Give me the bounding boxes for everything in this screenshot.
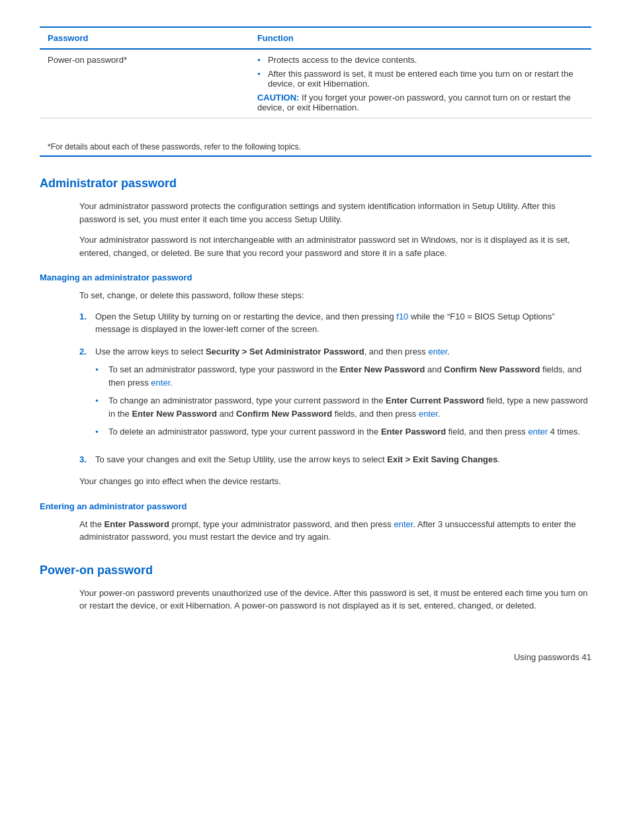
admin-para-1: Your administrator password protects the… <box>40 200 591 226</box>
sub3-bold1: Enter Password <box>381 427 446 437</box>
admin-para-2: Your administrator password is not inter… <box>40 233 591 259</box>
sub1-bold1: Enter New Password <box>340 364 425 374</box>
entering-bold1: Enter Password <box>105 519 169 529</box>
sub1-text-mid: and <box>425 364 444 374</box>
step-2-number: 2. <box>79 345 95 444</box>
sub1-text-end: . <box>170 378 173 388</box>
after-steps-text: Your changes go into effect when the dev… <box>40 475 591 488</box>
power-on-heading: Power-on password <box>40 564 591 577</box>
entering-link[interactable]: enter <box>394 519 413 529</box>
step-3-bold: Exit > Exit Saving Changes <box>387 454 497 464</box>
step-2-text-mid: , and then press <box>364 347 429 357</box>
sub1-text-before: To set an administrator password, type y… <box>108 364 340 374</box>
sub2-bold1: Enter Current Password <box>386 396 484 405</box>
sub2-text-end-before: fields, and then press <box>332 409 419 419</box>
step-1: 1. Open the Setup Utility by turning on … <box>79 310 591 336</box>
step-1-link-f10[interactable]: f10 <box>396 312 408 321</box>
step-2-link-enter[interactable]: enter <box>428 347 447 357</box>
step-3-number: 3. <box>79 453 95 466</box>
sub-bullet-1: To set an administrator password, type y… <box>95 363 591 389</box>
sub2-link[interactable]: enter <box>419 409 438 419</box>
sub3-text-end: 4 times. <box>548 427 580 437</box>
step-3: 3. To save your changes and exit the Set… <box>79 453 591 466</box>
step-3-text-end: . <box>498 454 501 464</box>
step-3-text-before: To save your changes and exit the Setup … <box>95 454 387 464</box>
steps-list: 1. Open the Setup Utility by turning on … <box>40 310 591 466</box>
caution-label: CAUTION: <box>257 93 300 103</box>
table-cell-password-name: Power-on password* <box>40 49 249 118</box>
step-1-text-before: Open the Setup Utility by turning on or … <box>95 312 396 321</box>
sub1-bold2: Confirm New Password <box>444 364 540 374</box>
entering-text-before: At the <box>79 519 105 529</box>
table-header-password: Password <box>40 27 249 49</box>
sub3-link[interactable]: enter <box>528 427 548 437</box>
entering-text-mid: prompt, type your administrator password… <box>169 519 394 529</box>
step-1-number: 1. <box>79 310 95 336</box>
step-2-text-before: Use the arrow keys to select <box>95 347 206 357</box>
table-cell-function: Protects access to the device contents. … <box>249 49 591 118</box>
step-1-content: Open the Setup Utility by turning on or … <box>95 310 591 336</box>
entering-para: At the Enter Password prompt, type your … <box>40 518 591 544</box>
managing-intro: To set, change, or delete this password,… <box>40 289 591 302</box>
table-footnote: *For details about each of these passwor… <box>40 138 591 157</box>
sub2-text-end: . <box>438 409 441 419</box>
table-header-function: Function <box>249 27 591 49</box>
bullet-item-2: After this password is set, it must be e… <box>257 69 583 89</box>
page-footer: Using passwords 41 <box>40 652 591 662</box>
caution-text-content: If you forget your power-on password, yo… <box>257 93 571 112</box>
sub2-text-mid2: and <box>217 409 236 419</box>
footer-text: Using passwords 41 <box>514 652 591 662</box>
step-2-content: Use the arrow keys to select Security > … <box>95 345 591 444</box>
power-on-para: Your power-on password prevents unauthor… <box>40 587 591 612</box>
table-row: Power-on password* Protects access to th… <box>40 49 591 118</box>
sub-bullet-2: To change an administrator password, typ… <box>95 394 591 420</box>
managing-heading: Managing an administrator password <box>40 273 591 282</box>
sub2-text-before: To change an administrator password, typ… <box>108 396 386 405</box>
step-2-bold: Security > Set Administrator Password <box>206 347 364 357</box>
entering-heading: Entering an administrator password <box>40 501 591 511</box>
step-2-sub-bullets: To set an administrator password, type y… <box>95 363 591 439</box>
sub-bullet-3: To delete an administrator password, typ… <box>95 425 591 439</box>
step-2: 2. Use the arrow keys to select Security… <box>79 345 591 444</box>
bullet-item-1: Protects access to the device contents. <box>257 55 583 65</box>
sub2-bold3: Confirm New Password <box>236 409 332 419</box>
function-bullets: Protects access to the device contents. … <box>257 55 583 89</box>
sub1-link[interactable]: enter <box>151 378 170 388</box>
sub3-text-before: To delete an administrator password, typ… <box>108 427 381 437</box>
password-table: Password Function Power-on password* Pro… <box>40 26 591 118</box>
step-3-content: To save your changes and exit the Setup … <box>95 453 500 466</box>
page-content: Password Function Power-on password* Pro… <box>40 26 591 662</box>
sub2-bold2: Enter New Password <box>132 409 217 419</box>
caution-paragraph: CAUTION: If you forget your power-on pas… <box>257 93 583 112</box>
sub3-text-mid: field, and then press <box>446 427 528 437</box>
step-2-text-end: . <box>447 347 450 357</box>
admin-password-heading: Administrator password <box>40 177 591 190</box>
